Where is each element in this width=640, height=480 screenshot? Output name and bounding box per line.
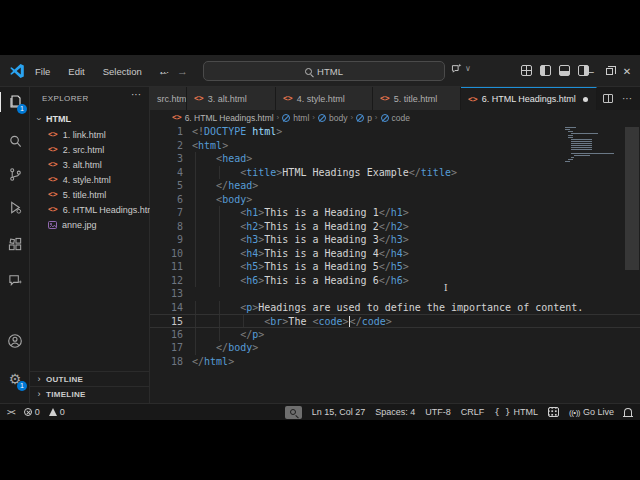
sidebar-more-actions[interactable]: ···	[131, 89, 141, 100]
tab-6-html-headings-html[interactable]: <>6. HTML Headings.html	[461, 87, 597, 110]
customize-layout-icon[interactable]	[521, 65, 532, 76]
close-button[interactable]: ✕	[618, 62, 636, 80]
code-editor[interactable]: 1<!DOCTYPE html>2<html>3 <head>4 <title>…	[150, 125, 640, 403]
split-editor-icon[interactable]	[603, 94, 613, 103]
activity-extensions-button[interactable]	[0, 231, 30, 257]
breadcrumb-file[interactable]: 6. HTML Headings.html	[185, 113, 274, 123]
code-line[interactable]: 12 <h6>This is a Heading 6</h6>	[150, 274, 640, 288]
minimize-button[interactable]: –	[582, 62, 600, 80]
code-line[interactable]: 6 <body>	[150, 193, 640, 207]
breadcrumb-item-p[interactable]: p	[367, 113, 372, 123]
file-item[interactable]: <>5. title.html	[30, 187, 149, 202]
breadcrumb-item-html[interactable]: html	[293, 113, 309, 123]
toggle-panel-icon[interactable]	[559, 65, 570, 76]
tab-3-alt-html[interactable]: <>3. alt.html	[187, 87, 276, 110]
file-item[interactable]: <>1. link.html	[30, 127, 149, 142]
file-item[interactable]: <>6. HTML Headings.html	[30, 202, 149, 217]
code-line[interactable]: 8 <h2>This is a Heading 2</h2>	[150, 220, 640, 234]
breadcrumb-separator-icon: ›	[312, 113, 315, 122]
code-line[interactable]: 14 <p>Headings are used to define the im…	[150, 301, 640, 315]
code-line[interactable]: 17 </body>	[150, 341, 640, 355]
command-center-text: HTML	[317, 66, 343, 77]
status-item[interactable]: ><	[7, 408, 15, 417]
status-item-utf-8[interactable]: UTF-8	[425, 407, 451, 417]
warning-icon	[49, 408, 57, 416]
folder-row-html[interactable]: › HTML	[30, 111, 149, 126]
scrollbar[interactable]	[624, 125, 640, 403]
activity-explorer-button[interactable]: 1	[0, 89, 30, 115]
command-center-search[interactable]: HTML	[203, 61, 445, 81]
activity-search-button[interactable]	[0, 128, 30, 154]
html-file-icon: <>	[172, 113, 182, 122]
scrollbar-thumb[interactable]	[625, 127, 639, 270]
code-line[interactable]: 15 <br>The <code></code>	[150, 314, 640, 328]
code-line[interactable]: 5 </head>	[150, 179, 640, 193]
status-item[interactable]	[548, 407, 559, 417]
copilot-menu[interactable]: ∨	[450, 62, 471, 75]
zoom-indicator-icon	[285, 406, 302, 419]
status-item-html[interactable]: { }HTML	[494, 407, 538, 417]
outline-section[interactable]: › OUTLINE	[30, 371, 149, 386]
status-bar: ><00 Ln 15, Col 27Spaces: 4UTF-8CRLF{ }H…	[0, 403, 640, 420]
code-line-content: <h3>This is a Heading 3</h3>	[192, 233, 409, 247]
status-item-crlf[interactable]: CRLF	[461, 407, 485, 417]
accounts-button[interactable]	[0, 328, 30, 354]
minimap-line	[574, 155, 590, 156]
code-line-content: <h2>This is a Heading 2</h2>	[192, 220, 409, 234]
timeline-section[interactable]: › TIMELINE	[30, 386, 149, 401]
folder-label: HTML	[46, 114, 71, 124]
code-line[interactable]: 7 <h1>This is a Heading 1</h1>	[150, 206, 640, 220]
file-item[interactable]: <>3. alt.html	[30, 157, 149, 172]
forward-arrow-icon[interactable]: →	[177, 65, 188, 77]
menu-item-file[interactable]: File	[28, 63, 57, 80]
code-line[interactable]: 4 <title>HTML Headings Example</title>	[150, 166, 640, 180]
symbol-element-icon	[318, 114, 326, 122]
minimap-line	[565, 161, 570, 162]
status-item[interactable]	[624, 408, 632, 416]
status-item-spaces-4[interactable]: Spaces: 4	[375, 407, 415, 417]
activity-chat-button[interactable]	[0, 267, 30, 293]
minimap[interactable]	[565, 127, 617, 163]
breadcrumb-item-code[interactable]: code	[392, 113, 410, 123]
code-line-content: </html>	[192, 355, 234, 369]
code-line[interactable]: 9 <h3>This is a Heading 3</h3>	[150, 233, 640, 247]
line-number: 14	[150, 301, 192, 315]
toggle-sidebar-icon[interactable]	[540, 65, 551, 76]
code-line[interactable]: 13	[150, 287, 640, 301]
status-item-0[interactable]: 0	[24, 407, 40, 417]
back-arrow-icon[interactable]: ←	[158, 65, 169, 77]
status-item-go-live[interactable]: ((•))Go Live	[569, 407, 614, 417]
menu-item-selection[interactable]: Selection	[96, 63, 149, 80]
code-line[interactable]: 11 <h5>This is a Heading 5</h5>	[150, 260, 640, 274]
code-line[interactable]: 16 </p>	[150, 328, 640, 342]
status-label: 0	[60, 407, 65, 417]
tab-src-html[interactable]: src.html	[150, 87, 187, 110]
tab-4-style-html[interactable]: <>4. style.html	[276, 87, 373, 110]
status-label: Spaces: 4	[375, 407, 415, 417]
line-number: 18	[150, 355, 192, 369]
restore-button[interactable]	[600, 62, 618, 80]
file-item[interactable]: <>2. src.html	[30, 142, 149, 157]
activity-source-control-button[interactable]	[0, 161, 30, 187]
tab-label: 6. HTML Headings.html	[482, 94, 576, 104]
code-line-content: <h1>This is a Heading 1</h1>	[192, 206, 409, 220]
status-item[interactable]	[285, 406, 302, 419]
code-line-content: <h4>This is a Heading 4</h4>	[192, 247, 409, 261]
minimap-line	[571, 157, 574, 158]
chevron-down-icon: ∨	[465, 64, 471, 73]
file-item[interactable]: anne.jpg	[30, 217, 149, 232]
editor-more-actions[interactable]: ···	[622, 93, 632, 104]
status-item-0[interactable]: 0	[49, 407, 65, 417]
breadcrumb-item-body[interactable]: body	[329, 113, 347, 123]
settings-button[interactable]: ⚙ 1	[0, 366, 30, 392]
indent-guide	[195, 301, 196, 315]
code-line[interactable]: 18</html>	[150, 355, 640, 369]
menu-item-edit[interactable]: Edit	[61, 63, 91, 80]
file-item[interactable]: <>4. style.html	[30, 172, 149, 187]
code-line[interactable]: 10 <h4>This is a Heading 4</h4>	[150, 247, 640, 261]
error-icon	[24, 408, 32, 416]
activity-run-debug-button[interactable]	[0, 194, 30, 220]
status-item-ln-15-col-27[interactable]: Ln 15, Col 27	[312, 407, 366, 417]
file-list: <>1. link.html<>2. src.html<>3. alt.html…	[30, 127, 149, 232]
tab-5-title-html[interactable]: <>5. title.html	[373, 87, 461, 110]
